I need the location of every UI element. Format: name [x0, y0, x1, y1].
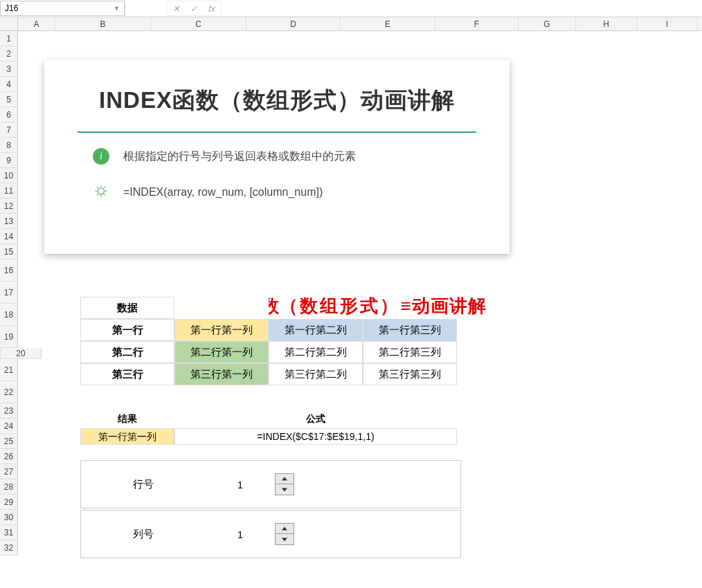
formula-input[interactable] — [222, 1, 702, 16]
formula-bar: J16 ▼ ✕ ✓ fx — [0, 0, 702, 17]
cancel-icon[interactable]: ✕ — [167, 3, 185, 14]
card-title: INDEX函数（数组形式）动画讲解 — [78, 85, 476, 116]
svg-marker-9 — [282, 477, 287, 481]
result-area: 结果 公式 第一行第一列 =INDEX($C$17:$E$19,1,1) — [80, 413, 457, 445]
row-header-29[interactable]: 29 — [0, 495, 18, 510]
row-header-1[interactable]: 1 — [0, 31, 18, 46]
row-header-12[interactable]: 12 — [0, 199, 18, 214]
row-header-9[interactable]: 9 — [0, 153, 18, 168]
column-header-h[interactable]: H — [576, 17, 637, 30]
fx-icon[interactable]: fx — [203, 3, 221, 14]
row-header-16[interactable]: 16 — [0, 259, 18, 282]
row-num-label: 行号 — [81, 478, 206, 491]
card-desc-row: i 根据指定的行号与列号返回表格或数组中的元素 — [78, 148, 476, 165]
column-header-i[interactable]: I — [637, 17, 698, 30]
cell-2-3[interactable]: 第二行第三列 — [363, 341, 457, 363]
cell-2-2[interactable]: 第二行第二列 — [269, 341, 363, 363]
formula-bar-buttons: ✕ ✓ fx — [166, 1, 222, 16]
result-value[interactable]: 第一行第一列 — [80, 428, 174, 445]
row-header-21[interactable]: 21 — [0, 359, 18, 381]
column-header-c[interactable]: C — [151, 17, 246, 30]
row-num-value[interactable]: 1 — [206, 479, 275, 490]
spacer — [125, 1, 166, 16]
cell-1-3[interactable]: 第一行第三列 — [363, 319, 457, 341]
chevron-down-icon[interactable]: ▼ — [114, 5, 120, 12]
row-header-26[interactable]: 26 — [0, 449, 18, 464]
row-header-4[interactable]: 4 — [0, 77, 18, 92]
row-header-13[interactable]: 13 — [0, 214, 18, 229]
col-spin-down-button[interactable] — [276, 534, 294, 544]
select-all-corner[interactable] — [0, 17, 18, 30]
row-spinner — [275, 473, 294, 495]
cell-3-2[interactable]: 第三行第二列 — [269, 363, 363, 385]
col-spinner — [275, 523, 294, 545]
col-num-control: 列号 1 — [80, 510, 461, 558]
cell-3-1[interactable]: 第三行第一列 — [174, 363, 269, 385]
row-header-20[interactable]: 20 — [0, 348, 42, 359]
cell-2-1[interactable]: 第二行第一列 — [174, 341, 269, 363]
confirm-icon[interactable]: ✓ — [185, 3, 203, 14]
card-desc: 根据指定的行号与列号返回表格或数组中的元素 — [123, 149, 356, 164]
row-label-1[interactable]: 第一行 — [80, 319, 174, 341]
row-header-27[interactable]: 27 — [0, 464, 18, 479]
row-header-11[interactable]: 11 — [0, 183, 18, 199]
lightbulb-icon — [93, 184, 109, 201]
formula-value[interactable]: =INDEX($C$17:$E$19,1,1) — [174, 428, 457, 445]
cell-1-2[interactable]: 第一行第二列 — [269, 319, 363, 341]
row-header-18[interactable]: 18 — [0, 304, 18, 326]
row-label-2[interactable]: 第二行 — [80, 341, 174, 363]
row-header-7[interactable]: 7 — [0, 122, 18, 138]
row-header-8[interactable]: 8 — [0, 138, 18, 153]
column-header-f[interactable]: F — [435, 17, 519, 30]
name-box[interactable]: J16 ▼ — [0, 1, 125, 16]
row-header-10[interactable]: 10 — [0, 168, 18, 183]
data-header[interactable]: 数据 — [80, 297, 174, 319]
col-num-value[interactable]: 1 — [206, 529, 275, 540]
col-num-label: 列号 — [81, 528, 206, 541]
svg-marker-11 — [282, 527, 287, 531]
col-spin-up-button[interactable] — [276, 524, 294, 534]
column-header-g[interactable]: G — [519, 17, 576, 30]
row-header-31[interactable]: 31 — [0, 525, 18, 540]
info-card: INDEX函数（数组形式）动画讲解 i 根据指定的行号与列号返回表格或数组中的元… — [44, 60, 510, 254]
column-header-a[interactable]: A — [18, 17, 55, 30]
cell-3-3[interactable]: 第三行第三列 — [363, 363, 457, 385]
row-header-17[interactable]: 17 — [0, 282, 18, 304]
cell-1-1[interactable]: 第一行第一列 — [174, 319, 269, 341]
table-row: 第二行 第二行第一列 第二行第二列 第二行第三列 — [80, 341, 457, 363]
row-header-30[interactable]: 30 — [0, 510, 18, 525]
row-header-2[interactable]: 2 — [0, 46, 18, 62]
blank — [174, 297, 269, 319]
column-header-b[interactable]: B — [55, 17, 151, 30]
row-header-28[interactable]: 28 — [0, 479, 18, 495]
svg-line-5 — [97, 187, 98, 187]
row-header-32[interactable]: 32 — [0, 540, 18, 555]
row-header-15[interactable]: 15 — [0, 244, 18, 259]
row-header-24[interactable]: 24 — [0, 419, 18, 434]
row-header-23[interactable]: 23 — [0, 403, 18, 419]
data-table: 数据 第一行 第一行第一列 第一行第二列 第一行第三列 第二行 第二行第一列 第… — [80, 297, 457, 385]
row-header-6[interactable]: 6 — [0, 107, 18, 122]
card-formula: =INDEX(array, row_num, [column_num]) — [123, 186, 323, 199]
row-header-14[interactable]: 14 — [0, 229, 18, 244]
row-header-25[interactable]: 25 — [0, 434, 18, 449]
svg-line-7 — [97, 194, 98, 195]
row-header-3[interactable]: 3 — [0, 62, 18, 77]
row-spin-down-button[interactable] — [276, 484, 294, 495]
row-header-5[interactable]: 5 — [0, 92, 18, 107]
card-divider — [78, 131, 476, 133]
column-headers: ABCDEFGHI — [0, 17, 702, 31]
table-row: 第三行 第三行第一列 第三行第二列 第三行第三列 — [80, 363, 457, 385]
result-label: 结果 — [80, 413, 174, 428]
name-box-value: J16 — [5, 3, 114, 13]
column-header-e[interactable]: E — [341, 17, 435, 30]
spreadsheet-grid: ABCDEFGHI 123456789101112131415161718192… — [0, 17, 702, 31]
column-header-d[interactable]: D — [246, 17, 341, 30]
row-header-19[interactable]: 19 — [0, 326, 18, 348]
row-spin-up-button[interactable] — [276, 474, 294, 484]
info-icon: i — [93, 148, 109, 165]
row-header-22[interactable]: 22 — [0, 381, 18, 403]
svg-line-6 — [105, 187, 105, 187]
table-header-row: 数据 — [80, 297, 457, 319]
row-label-3[interactable]: 第三行 — [80, 363, 174, 385]
